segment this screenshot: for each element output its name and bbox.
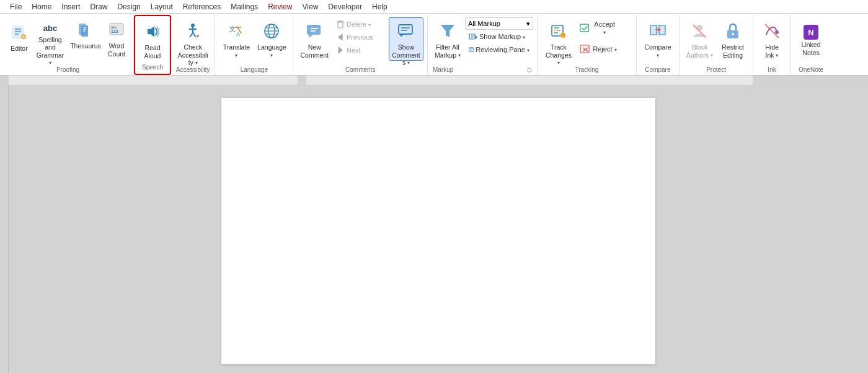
language-button[interactable]: Language ▾ — [254, 17, 289, 61]
thesaurus-button[interactable]: Thesaurus — [68, 17, 103, 61]
onenote-buttons: N LinkedNotes — [794, 16, 828, 64]
read-aloud-icon — [144, 23, 161, 43]
linked-notes-label: LinkedNotes — [802, 41, 821, 56]
menu-home[interactable]: Home — [27, 1, 56, 12]
spelling-label: Spelling andGrammar ▾ — [36, 36, 64, 67]
markup-dropdown-value: All Markup — [468, 20, 500, 27]
speech-buttons: ReadAloud — [136, 17, 169, 62]
protect-group-label: Protect — [682, 64, 750, 75]
tracking-buttons: ✓ TrackChanges ▾ Accept ▾ — [540, 16, 634, 64]
previous-label: Previous — [347, 33, 373, 41]
accessibility-icon — [184, 22, 202, 42]
accept-button[interactable]: Accept ▾ — [577, 17, 620, 37]
language-label: Language ▾ — [257, 43, 286, 59]
compare-icon — [649, 22, 666, 42]
menu-draw[interactable]: Draw — [85, 1, 112, 12]
filter-all-markup-button[interactable]: Filter AllMarkup ▾ — [432, 17, 464, 58]
svg-rect-42 — [469, 34, 475, 39]
markup-group-label: Markup ⬡ — [430, 64, 534, 75]
compare-label: Compare ▾ — [644, 43, 672, 59]
markup-buttons: Filter AllMarkup ▾ All Markup ▾ Show Mar… — [430, 16, 534, 64]
menu-view[interactable]: View — [298, 1, 324, 12]
ink-group-label: Ink — [756, 64, 788, 75]
accept-label: Accept ▾ — [592, 20, 617, 35]
horizontal-ruler — [0, 76, 868, 86]
svg-point-69 — [775, 30, 779, 34]
svg-point-15 — [191, 24, 195, 27]
new-comment-icon — [306, 22, 323, 42]
thesaurus-label: Thesaurus — [70, 42, 101, 50]
editor-button[interactable]: Editor — [6, 17, 32, 61]
menu-layout[interactable]: Layout — [146, 1, 178, 12]
group-accessibility: CheckAccessibility ▾ Accessibility — [171, 15, 215, 75]
menu-file[interactable]: File — [5, 1, 27, 12]
all-markup-dropdown[interactable]: All Markup ▾ — [465, 17, 533, 30]
show-comments-button[interactable]: ShowComments ▾ — [389, 17, 423, 61]
ruler-marks — [9, 76, 868, 85]
next-comment-button[interactable]: Next — [332, 43, 388, 56]
menu-references[interactable]: References — [178, 1, 226, 12]
comment-stack: Delete ▾ Previous Next — [332, 17, 388, 56]
menu-mailings[interactable]: Mailings — [226, 1, 263, 12]
word-count-button[interactable]: abc123 WordCount — [104, 17, 130, 61]
svg-rect-71 — [9, 76, 298, 86]
vertical-ruler — [0, 86, 9, 373]
document-page[interactable] — [221, 98, 655, 364]
onenote-group-label: OneNote — [794, 64, 828, 75]
tracking-group-label: Tracking — [540, 64, 634, 75]
read-aloud-button[interactable]: ReadAloud — [138, 19, 167, 62]
svg-text:✓: ✓ — [561, 33, 565, 38]
ruler-content — [0, 76, 868, 85]
compare-buttons: Compare ▾ — [639, 16, 676, 64]
block-authors-icon — [691, 22, 708, 42]
svg-rect-26 — [307, 25, 321, 35]
previous-comment-button[interactable]: Previous — [332, 30, 388, 43]
accept-icon — [580, 22, 590, 33]
translate-button[interactable]: 文A Translate ▾ — [219, 17, 254, 61]
markup-expand-icon[interactable]: ⬡ — [527, 67, 532, 73]
svg-marker-27 — [309, 35, 313, 38]
menu-design[interactable]: Design — [112, 1, 145, 12]
hide-ink-icon — [763, 22, 781, 42]
filter-markup-icon — [439, 22, 456, 42]
new-comment-button[interactable]: NewComment — [297, 17, 332, 61]
svg-rect-46 — [469, 47, 474, 51]
markup-label-text: Markup — [433, 66, 453, 73]
track-changes-button[interactable]: ✓ TrackChanges ▾ — [541, 17, 576, 61]
hide-ink-button[interactable]: HideInk ▾ — [757, 17, 787, 61]
linked-notes-button[interactable]: N LinkedNotes — [795, 17, 827, 61]
menu-review[interactable]: Review — [263, 1, 297, 12]
delete-label: Delete ▾ — [347, 20, 371, 28]
menu-bar: File Home Insert Draw Design Layout Refe… — [0, 0, 868, 14]
document-scroll-area[interactable] — [9, 86, 868, 373]
svg-marker-45 — [476, 35, 477, 39]
delete-button[interactable]: Delete ▾ — [332, 17, 388, 30]
svg-marker-38 — [401, 34, 404, 37]
accessibility-group-label: Accessibility — [174, 64, 212, 75]
reject-button[interactable]: Reject ▾ — [577, 38, 620, 58]
show-markup-button[interactable]: Show Markup ▾ — [465, 30, 533, 43]
group-ink: HideInk ▾ Ink — [753, 15, 791, 75]
show-comments-icon — [397, 22, 415, 42]
group-language: 文A Translate ▾ Language ▾ Language — [215, 15, 293, 75]
svg-line-18 — [190, 33, 193, 37]
restrict-editing-button[interactable]: RestrictEditing — [717, 17, 749, 61]
editor-icon — [11, 24, 28, 43]
menu-help[interactable]: Help — [367, 1, 392, 12]
editor-label: Editor — [11, 45, 27, 53]
accept-inner: Accept ▾ — [580, 20, 617, 35]
block-authors-button[interactable]: BlockAuthors ▾ — [683, 17, 716, 61]
spelling-grammar-button[interactable]: abc Spelling andGrammar ▾ — [33, 17, 68, 61]
check-accessibility-button[interactable]: CheckAccessibility ▾ — [175, 17, 210, 61]
translate-label: Translate ▾ — [222, 43, 250, 59]
show-comments-label: ShowComments ▾ — [391, 43, 422, 67]
proofing-buttons: Editor abc Spelling andGrammar ▾ Thesaur… — [5, 16, 131, 64]
menu-insert[interactable]: Insert — [56, 1, 85, 12]
reviewing-pane-icon — [469, 45, 474, 54]
compare-button[interactable]: Compare ▾ — [640, 17, 675, 61]
reject-label: Reject ▾ — [593, 45, 616, 53]
menu-developer[interactable]: Developer — [323, 1, 367, 12]
svg-rect-56 — [580, 24, 589, 32]
reviewing-pane-button[interactable]: Reviewing Pane ▾ — [465, 43, 533, 56]
group-compare: Compare ▾ Compare — [637, 15, 680, 75]
